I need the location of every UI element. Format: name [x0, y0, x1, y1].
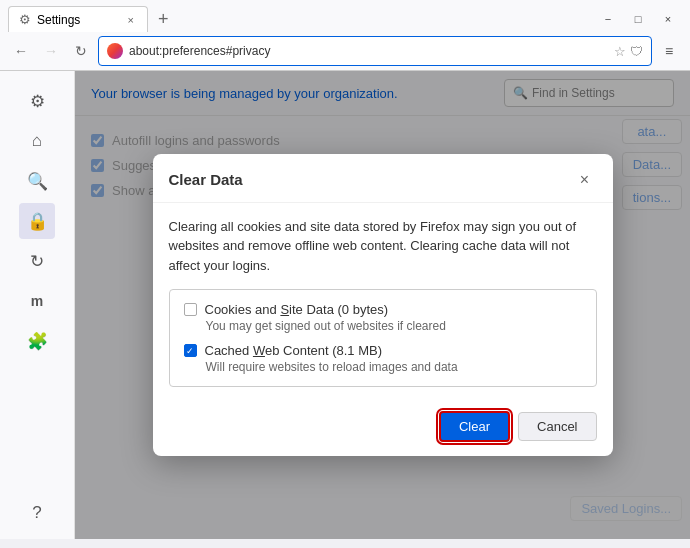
cookies-hint: You may get signed out of websites if cl… [206, 319, 582, 333]
dialog-title: Clear Data [169, 171, 243, 188]
dialog-footer: Clear Cancel [153, 401, 613, 456]
dialog-close-button[interactable]: × [573, 168, 597, 192]
back-button[interactable]: ← [8, 38, 34, 64]
nav-right-buttons: ≡ [656, 38, 682, 64]
close-button[interactable]: × [654, 7, 682, 31]
sidebar-item-help[interactable]: ? [19, 495, 55, 531]
bookmark-icon[interactable]: ☆ [614, 44, 626, 59]
cached-checkbox-item: ✓ Cached Web Content (8.1 MB) Will requi… [184, 343, 582, 374]
sidebar-item-sync[interactable]: ↻ [19, 243, 55, 279]
settings-tab-icon: ⚙ [19, 12, 31, 27]
cached-checkbox[interactable]: ✓ [184, 344, 197, 357]
clear-button[interactable]: Clear [439, 411, 510, 442]
refresh-button[interactable]: ↻ [68, 38, 94, 64]
tab-title: Settings [37, 13, 80, 27]
address-bar[interactable]: about:preferences#privacy ☆ 🛡 [98, 36, 652, 66]
dialog-description: Clearing all cookies and site data store… [169, 217, 597, 276]
cookies-checkbox-item: Cookies and Site Data (0 bytes) You may … [184, 302, 582, 333]
tab-close-button[interactable]: × [125, 13, 137, 27]
dialog-header: Clear Data × [153, 154, 613, 203]
modal-overlay: Clear Data × Clearing all cookies and si… [75, 71, 690, 539]
cached-checkbox-row: ✓ Cached Web Content (8.1 MB) [184, 343, 582, 358]
sidebar-item-settings[interactable]: ⚙ [19, 83, 55, 119]
title-bar: ⚙ Settings × + − □ × [0, 0, 690, 32]
sidebar-item-home[interactable]: ⌂ [19, 123, 55, 159]
forward-button[interactable]: → [38, 38, 64, 64]
browser-tab[interactable]: ⚙ Settings × [8, 6, 148, 32]
menu-button[interactable]: ≡ [656, 38, 682, 64]
cached-hint: Will require websites to reload images a… [206, 360, 582, 374]
minimize-button[interactable]: − [594, 7, 622, 31]
cancel-button[interactable]: Cancel [518, 412, 596, 441]
clear-data-dialog: Clear Data × Clearing all cookies and si… [153, 154, 613, 457]
firefox-logo-icon [107, 43, 123, 59]
cookies-label: Cookies and Site Data (0 bytes) [205, 302, 389, 317]
cached-label: Cached Web Content (8.1 MB) [205, 343, 383, 358]
main-content: Your browser is being managed by your or… [75, 71, 690, 539]
dialog-body: Clearing all cookies and site data store… [153, 203, 613, 402]
new-tab-button[interactable]: + [152, 9, 175, 30]
sidebar-item-privacy[interactable]: 🔒 [19, 203, 55, 239]
shield-icon[interactable]: 🛡 [630, 44, 643, 59]
page-area: ⚙ ⌂ 🔍 🔒 ↻ m 🧩 ? Your browser is being ma… [0, 71, 690, 539]
address-text: about:preferences#privacy [129, 44, 608, 58]
sidebar-item-monitor[interactable]: m [19, 283, 55, 319]
cookies-checkbox[interactable] [184, 303, 197, 316]
browser-chrome: ⚙ Settings × + − □ × ← → ↻ about:prefere… [0, 0, 690, 71]
nav-bar: ← → ↻ about:preferences#privacy ☆ 🛡 ≡ [0, 32, 690, 70]
sidebar-item-search[interactable]: 🔍 [19, 163, 55, 199]
address-icons: ☆ 🛡 [614, 44, 643, 59]
sidebar-item-extensions[interactable]: 🧩 [19, 323, 55, 359]
checkbox-area: Cookies and Site Data (0 bytes) You may … [169, 289, 597, 387]
cookies-checkbox-row: Cookies and Site Data (0 bytes) [184, 302, 582, 317]
sidebar: ⚙ ⌂ 🔍 🔒 ↻ m 🧩 ? [0, 71, 75, 539]
maximize-button[interactable]: □ [624, 7, 652, 31]
window-controls: − □ × [594, 7, 682, 31]
